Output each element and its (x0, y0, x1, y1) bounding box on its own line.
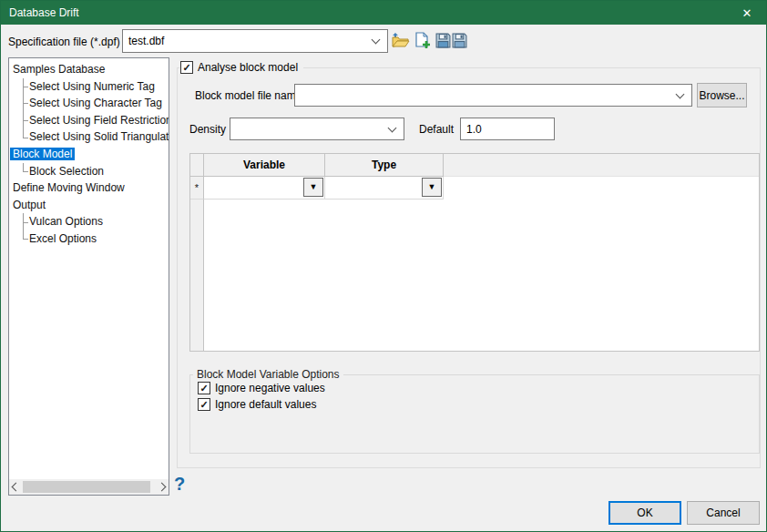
database-drift-dialog: Database Drift ✕ Specification file (*.d… (0, 0, 767, 532)
ignore-default-values-row[interactable]: ✓ Ignore default values (198, 398, 316, 411)
ignore-negative-values-label: Ignore negative values (215, 382, 325, 394)
scroll-right-icon[interactable] (158, 483, 167, 492)
grid-cell-variable[interactable]: ▼ (204, 177, 325, 200)
spec-file-combobox[interactable]: test.dbf (122, 29, 388, 53)
navigation-tree: Samples Database Select Using Numeric Ta… (8, 57, 169, 496)
tree-item-label-selected: Block Model (10, 148, 75, 160)
check-icon: ✓ (199, 383, 208, 394)
grid-header-filler (444, 154, 759, 177)
open-folder-icon (392, 32, 410, 48)
spec-file-label: Specification file (*.dpf) (8, 36, 120, 48)
tree-item-label: Vulcan Options (29, 215, 103, 228)
dropdown-arrow-icon: ▼ (310, 183, 318, 191)
save-as-icon (452, 33, 467, 48)
grid-cell-type[interactable]: ▼ (325, 177, 444, 200)
window-title: Database Drift (9, 6, 79, 19)
variable-dropdown-button[interactable]: ▼ (303, 178, 323, 197)
spec-file-value: test.dbf (123, 35, 373, 47)
save-as-button[interactable] (449, 30, 469, 50)
tree-item-label: Select Using Field Restriction (29, 114, 169, 127)
tree-item-excel-options[interactable]: Excel Options (9, 230, 169, 248)
tree-item-samples-database[interactable]: Samples Database (9, 61, 169, 78)
variable-options-title: Block Model Variable Options (193, 368, 343, 381)
help-button[interactable]: ? (174, 474, 185, 495)
tree-item-label: Select Using Character Tag (29, 97, 162, 109)
tree-item-label: Output (13, 199, 46, 211)
block-model-file-label: Block model file name (195, 89, 302, 102)
grid-column-header-variable[interactable]: Variable (204, 154, 325, 177)
density-combobox[interactable] (230, 118, 404, 140)
chevron-down-icon (676, 89, 685, 98)
grid-column-header-type[interactable]: Type (325, 154, 444, 177)
ignore-default-values-label: Ignore default values (215, 398, 316, 411)
grid-row-header-strip (190, 200, 204, 351)
scrollbar-thumb[interactable] (23, 481, 150, 493)
save-icon (435, 33, 451, 48)
new-file-button[interactable] (413, 30, 433, 50)
analyse-block-model-label: Analyse block model (198, 61, 298, 74)
tree-item-label: Select Using Solid Triangulation (29, 130, 169, 143)
ignore-default-values-checkbox[interactable]: ✓ (198, 398, 210, 411)
density-default-label: Default (419, 123, 454, 136)
tree-item-block-model[interactable]: Block Model (9, 146, 169, 163)
analyse-block-model-row[interactable]: ✓ Analyse block model (179, 60, 303, 75)
block-model-variable-grid: Variable Type * ▼ ▼ (189, 153, 760, 352)
tree-item-label: Excel Options (29, 232, 97, 245)
dropdown-arrow-icon: ▼ (428, 183, 436, 191)
close-button[interactable]: ✕ (728, 1, 766, 25)
new-file-icon (415, 32, 431, 49)
tree-item-vulcan-options[interactable]: Vulcan Options (9, 213, 169, 230)
grid-corner-cell (190, 154, 204, 177)
tree-item-select-numeric-tag[interactable]: Select Using Numeric Tag (9, 78, 169, 96)
tree-item-output[interactable]: Output (9, 197, 169, 214)
tree-item-label: Block Selection (29, 165, 104, 178)
type-dropdown-button[interactable]: ▼ (422, 178, 442, 197)
ignore-negative-values-checkbox[interactable]: ✓ (198, 382, 210, 394)
chevron-down-icon (372, 36, 381, 45)
open-file-button[interactable] (391, 30, 411, 50)
titlebar[interactable]: Database Drift (1, 1, 766, 25)
analyse-block-model-checkbox[interactable]: ✓ (180, 61, 193, 74)
tree-item-define-moving-window[interactable]: Define Moving Window (9, 179, 169, 197)
close-icon: ✕ (742, 6, 752, 20)
density-default-value: 1.0 (466, 123, 482, 136)
ok-button[interactable]: OK (608, 501, 681, 525)
tree-item-block-selection[interactable]: Block Selection (9, 163, 169, 180)
tree-horizontal-scrollbar[interactable] (9, 479, 169, 495)
density-default-field[interactable]: 1.0 (460, 118, 555, 140)
cancel-button[interactable]: Cancel (687, 501, 760, 525)
density-label: Density (189, 123, 226, 136)
tree-item-select-field-restriction[interactable]: Select Using Field Restriction (9, 112, 169, 129)
block-model-file-combobox[interactable] (294, 84, 692, 107)
ignore-negative-values-row[interactable]: ✓ Ignore negative values (198, 382, 325, 394)
check-icon: ✓ (182, 62, 190, 73)
check-icon: ✓ (199, 399, 208, 410)
tree-item-select-character-tag[interactable]: Select Using Character Tag (9, 95, 169, 112)
grid-new-row-header[interactable]: * (190, 177, 204, 200)
tree-item-label: Select Using Numeric Tag (29, 80, 155, 93)
browse-button[interactable]: Browse... (697, 83, 747, 107)
scroll-left-icon[interactable] (12, 483, 21, 492)
tree-item-label: Samples Database (13, 63, 105, 76)
chevron-down-icon (388, 123, 397, 132)
tree-item-label: Define Moving Window (13, 181, 125, 194)
tree-item-select-solid-triangulation[interactable]: Select Using Solid Triangulation (9, 128, 169, 146)
